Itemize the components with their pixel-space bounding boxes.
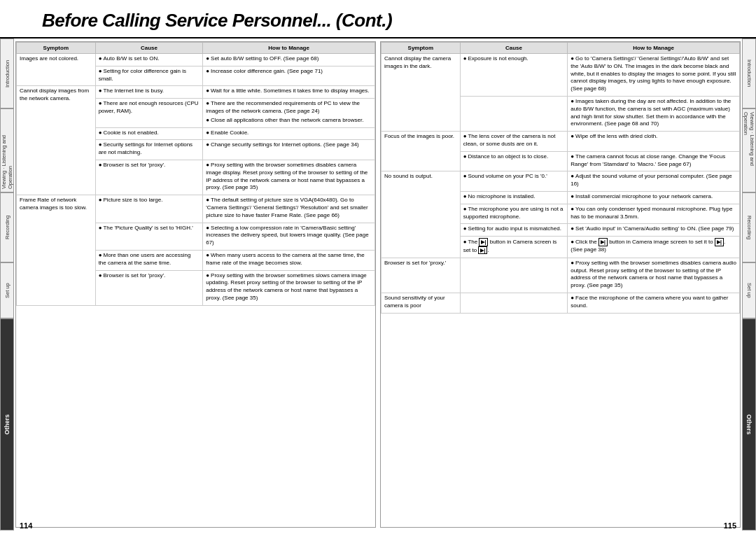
manage-cell: Enable Cookie. (203, 127, 375, 140)
page-number-left: 114 (20, 521, 32, 530)
cause-cell (460, 96, 568, 131)
manage-cell: You can only condenser typed monaural mi… (568, 204, 740, 224)
sidebar-item-recording-right[interactable]: Recording (742, 192, 756, 262)
manage-cell: The camera cannot focus at close range. … (568, 151, 740, 171)
cause-cell: Setting for audio input is mismatched. (460, 224, 568, 237)
sidebar-item-setup-right[interactable]: Set up (742, 262, 756, 318)
right-header-manage: How to Manage (568, 43, 740, 54)
symptom-cell: Frame Rate of network camera images is t… (17, 195, 96, 306)
cause-cell: The ▶| button in Camera screen is set to… (460, 237, 568, 258)
manage-cell: There are the recommended requirements o… (203, 99, 375, 127)
page-title: Before Calling Service Personnel... (Con… (0, 0, 756, 38)
manage-cell: When many users access to the camera at … (203, 250, 375, 270)
right-table-panel: Symptom Cause How to Manage Cannot displ… (380, 41, 741, 528)
sidebar-item-viewing-left[interactable]: Viewing · Listening and Operation (0, 108, 14, 192)
symptom-cell: Browser is set for 'proxy.' (382, 258, 461, 293)
cause-cell: Auto B/W is set to ON. (95, 54, 203, 66)
symptom-cell: Images are not colored. (17, 54, 96, 86)
table-row: No sound is output. Sound volume on your… (382, 171, 740, 192)
manage-cell: Install commercial microphone to your ne… (568, 191, 740, 204)
left-header-symptom: Symptom (17, 43, 96, 54)
manage-cell: Adjust the sound volume of your personal… (568, 171, 740, 192)
left-header-manage: How to Manage (203, 43, 375, 54)
right-header-symptom: Symptom (382, 43, 461, 54)
sidebar-item-others-left[interactable]: Others (0, 318, 14, 531)
table-row: Cannot display the camera images in the … (382, 54, 740, 97)
table-row: Images are not colored. Auto B/W is set … (17, 54, 375, 66)
cause-cell: Exposure is not enough. (460, 54, 568, 97)
table-row: Sound sensitivity of your camera is poor… (382, 293, 740, 313)
table-row: Browser is set for 'proxy.' Proxy settin… (382, 258, 740, 293)
page-container: Before Calling Service Personnel... (Con… (0, 0, 756, 534)
right-table: Symptom Cause How to Manage Cannot displ… (381, 42, 740, 314)
cause-cell (460, 258, 568, 293)
cause-cell: Cookie is not enabled. (95, 127, 203, 140)
manage-cell: The default setting of picture size is V… (203, 195, 375, 223)
right-header-cause: Cause (460, 43, 568, 54)
manage-cell: Set 'Audio input' in 'Camera/Audio setti… (568, 224, 740, 237)
cause-cell: Sound volume on your PC is '0.' (460, 171, 568, 192)
sidebar-item-setup-left[interactable]: Set up (0, 262, 14, 318)
sidebar-item-viewing-right[interactable]: Viewing · Listening and Operation (742, 108, 756, 192)
cause-cell: No microphone is installed. (460, 191, 568, 204)
manage-cell: Change security settings for Internet op… (203, 140, 375, 160)
manage-cell: Selecting a low compression rate in 'Cam… (203, 223, 375, 250)
manage-cell: Wait for a little while. Sometimes it ta… (203, 86, 375, 99)
manage-cell: Face the microphone of the camera where … (568, 293, 740, 313)
left-table: Symptom Cause How to Manage Images are n… (16, 42, 375, 306)
manage-cell: Proxy setting with the browser sometimes… (203, 160, 375, 195)
cause-cell (460, 293, 568, 313)
side-tab-left: Introduction Viewing · Listening and Ope… (0, 38, 14, 531)
cause-cell: The microphone you are using is not a su… (460, 204, 568, 224)
sidebar-item-recording-left[interactable]: Recording (0, 192, 14, 262)
symptom-cell: Cannot display the camera images in the … (382, 54, 461, 132)
table-row: Frame Rate of network camera images is t… (17, 195, 375, 223)
symptom-cell: Sound sensitivity of your camera is poor (382, 293, 461, 313)
manage-cell: Proxy setting with the browser sometimes… (568, 258, 740, 293)
cause-cell: The lens cover of the camera is not clea… (460, 132, 568, 152)
cause-cell: Browser is set for 'proxy'. (95, 160, 203, 195)
table-row: Cannot display images from the network c… (17, 86, 375, 99)
manage-cell: Proxy setting with the browser sometimes… (203, 270, 375, 305)
cause-cell: Distance to an object is to close. (460, 151, 568, 171)
manage-cell: Images taken during the day are not affe… (568, 96, 740, 131)
manage-cell: Increase color difference gain. (See pag… (203, 66, 375, 86)
cause-cell: Security settings for Internet options a… (95, 140, 203, 160)
cause-cell: Setting for color difference gain is sma… (95, 66, 203, 86)
content-area: Introduction Viewing · Listening and Ope… (0, 38, 756, 531)
cause-cell: Browser is set for 'proxy'. (95, 270, 203, 305)
sidebar-item-introduction-left[interactable]: Introduction (0, 38, 14, 108)
cause-cell: Picture size is too large. (95, 195, 203, 223)
table-row: Focus of the images is poor. The lens co… (382, 132, 740, 152)
cause-cell: The Internet line is busy. (95, 86, 203, 99)
left-header-cause: Cause (95, 43, 203, 54)
manage-cell: Wipe off the lens with dried cloth. (568, 132, 740, 152)
symptom-cell: Cannot display images from the network c… (17, 86, 96, 195)
page-number-right: 115 (724, 521, 736, 530)
cause-cell: More than one users are accessing the ca… (95, 250, 203, 270)
sidebar-item-introduction-right[interactable]: Introduction (742, 38, 756, 108)
manage-cell: Go to 'Camera Settings'/ 'General Settin… (568, 54, 740, 97)
symptom-cell: Focus of the images is poor. (382, 132, 461, 171)
cause-cell: There are not enough resources (CPU powe… (95, 99, 203, 127)
left-table-panel: Symptom Cause How to Manage Images are n… (15, 41, 376, 528)
manage-cell: Set auto B/W setting to OFF. (See page 6… (203, 54, 375, 66)
sidebar-item-others-right[interactable]: Others (742, 318, 756, 531)
manage-cell: Click the ▶| button in Camera image scre… (568, 237, 740, 258)
symptom-cell: No sound is output. (382, 171, 461, 258)
side-tab-right: Introduction Viewing · Listening and Ope… (742, 38, 756, 531)
main-columns: Symptom Cause How to Manage Images are n… (14, 38, 742, 531)
cause-cell: The 'Picture Quality' is set to 'HIGH.' (95, 223, 203, 250)
